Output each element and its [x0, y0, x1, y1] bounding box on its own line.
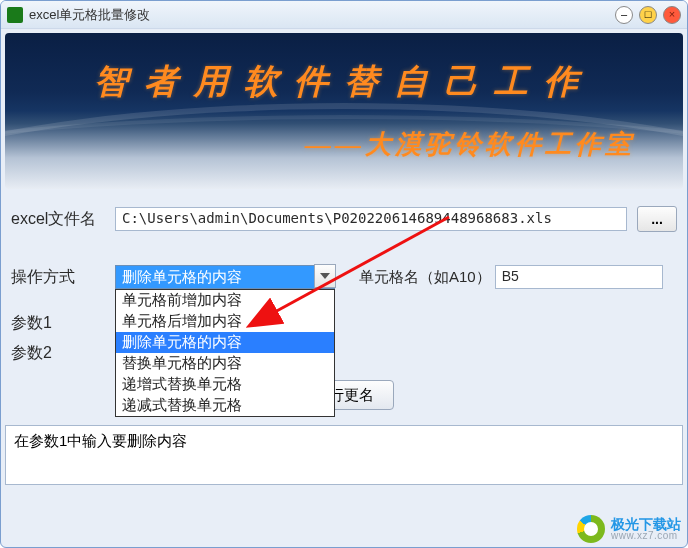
banner-subheading: ——大漠驼铃软件工作室 — [5, 127, 683, 162]
status-box[interactable]: 在参数1中输入要删除内容 — [5, 425, 683, 485]
param2-row: 参数2 — [11, 335, 677, 371]
window-controls: – □ × — [615, 6, 681, 24]
operation-label: 操作方式 — [11, 267, 115, 288]
param2-label: 参数2 — [11, 343, 115, 364]
operation-row: 操作方式 删除单元格的内容 单元格前增加内容 单元格后增加内容 删除单元格的内容… — [11, 259, 677, 295]
app-window: excel单元格批量修改 – □ × 智者用软件替自己工作 ——大漠驼铃软件工作… — [0, 0, 688, 548]
app-icon — [7, 7, 23, 23]
cell-name-label: 单元格名（如A10） — [359, 268, 491, 287]
cell-name-input[interactable]: B5 — [495, 265, 663, 289]
operation-selected: 删除单元格的内容 — [122, 268, 242, 287]
operation-option[interactable]: 替换单元格的内容 — [116, 353, 334, 374]
close-button[interactable]: × — [663, 6, 681, 24]
watermark-logo-icon — [577, 515, 605, 543]
chevron-down-icon[interactable] — [314, 264, 336, 288]
maximize-button[interactable]: □ — [639, 6, 657, 24]
operation-option[interactable]: 单元格前增加内容 — [116, 290, 334, 311]
file-path-input[interactable]: C:\Users\admin\Documents\P02022061468944… — [115, 207, 627, 231]
watermark-text: 极光下载站 www.xz7.com — [611, 517, 681, 541]
minimize-button[interactable]: – — [615, 6, 633, 24]
operation-dropdown[interactable]: 单元格前增加内容 单元格后增加内容 删除单元格的内容 替换单元格的内容 递增式替… — [115, 289, 335, 417]
operation-option[interactable]: 递减式替换单元格 — [116, 395, 334, 416]
banner-heading: 智者用软件替自己工作 — [5, 59, 683, 105]
watermark-name: 极光下载站 — [611, 517, 681, 531]
banner-image: 智者用软件替自己工作 ——大漠驼铃软件工作室 — [5, 33, 683, 189]
operation-combobox[interactable]: 删除单元格的内容 — [115, 265, 335, 289]
watermark: 极光下载站 www.xz7.com — [577, 515, 681, 543]
operation-option[interactable]: 单元格后增加内容 — [116, 311, 334, 332]
operation-combo-wrap: 删除单元格的内容 单元格前增加内容 单元格后增加内容 删除单元格的内容 替换单元… — [115, 265, 335, 289]
operation-option-selected[interactable]: 删除单元格的内容 — [116, 332, 334, 353]
operation-option[interactable]: 递增式替换单元格 — [116, 374, 334, 395]
title-bar: excel单元格批量修改 – □ × — [1, 1, 687, 29]
form-area: excel文件名 C:\Users\admin\Documents\P02022… — [1, 193, 687, 419]
file-row: excel文件名 C:\Users\admin\Documents\P02022… — [11, 201, 677, 237]
execute-row: 执行更名 — [11, 371, 677, 419]
watermark-url: www.xz7.com — [611, 531, 681, 541]
file-label: excel文件名 — [11, 209, 115, 230]
param1-label: 参数1 — [11, 313, 115, 334]
window-title: excel单元格批量修改 — [29, 6, 615, 24]
browse-button[interactable]: ... — [637, 206, 677, 232]
